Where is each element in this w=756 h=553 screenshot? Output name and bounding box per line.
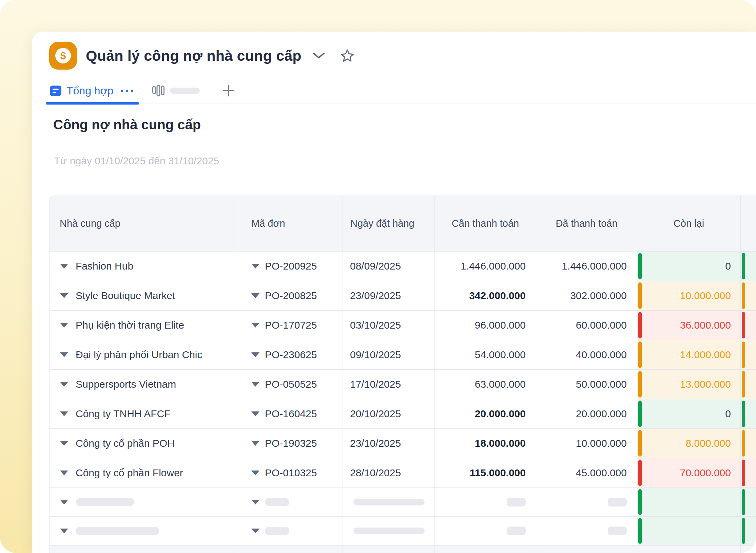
table-row[interactable]: Công ty cổ phần FlowerPO-01032528/10/202… <box>50 458 756 488</box>
table-row[interactable]: Fashion HubPO-20092508/09/20251.446.000.… <box>50 252 756 281</box>
order-date-cell[interactable]: 23/10/2025 <box>343 429 435 458</box>
amount-paid-cell[interactable]: 40.000.000 <box>536 340 637 370</box>
amount-due-cell[interactable] <box>435 488 536 517</box>
amount-paid-cell[interactable]: 60.000.000 <box>536 311 637 340</box>
amount-paid-cell[interactable] <box>536 488 637 517</box>
remaining-cell[interactable]: 70.000.000 <box>637 458 741 488</box>
triangle-down-icon[interactable] <box>60 471 68 475</box>
chevron-down-icon[interactable] <box>312 52 325 59</box>
triangle-down-icon[interactable] <box>60 411 68 416</box>
table-row[interactable]: Công ty cổ phần POHPO-19032523/10/202518… <box>50 429 756 458</box>
amount-paid-cell[interactable]: 302.000.000 <box>536 281 637 311</box>
remaining-cell[interactable]: 0 <box>637 252 741 281</box>
table-row[interactable]: Phụ kiện thời trang ElitePO-17072503/10/… <box>50 311 756 340</box>
remaining-cell[interactable]: 14.000.000 <box>637 340 741 370</box>
supplier-cell[interactable]: Phụ kiện thời trang Elite <box>50 311 239 340</box>
triangle-down-icon[interactable] <box>60 293 68 298</box>
po-cell[interactable]: PO-230625 <box>239 340 343 370</box>
supplier-cell[interactable]: Công ty cổ phần Flower <box>50 458 239 488</box>
order-date-cell[interactable]: 20/10/2025 <box>343 399 435 429</box>
po-cell[interactable]: PO-190325 <box>239 429 343 458</box>
column-header[interactable]: Cần thanh toán <box>435 196 536 252</box>
ellipsis-icon[interactable] <box>121 90 133 92</box>
triangle-down-icon[interactable] <box>251 411 259 416</box>
triangle-down-icon[interactable] <box>60 264 68 269</box>
column-header[interactable]: Mã đơn <box>239 196 343 252</box>
supplier-cell[interactable] <box>50 488 239 517</box>
remaining-cell[interactable]: 10.000.000 <box>637 281 741 311</box>
triangle-down-icon[interactable] <box>60 500 68 504</box>
amount-paid-cell[interactable]: 10.000.000 <box>536 429 637 458</box>
triangle-down-icon[interactable] <box>60 529 68 533</box>
triangle-down-icon[interactable] <box>251 323 259 328</box>
triangle-down-icon[interactable] <box>60 441 68 446</box>
amount-due-cell[interactable]: 1.446.000.000 <box>435 252 536 281</box>
add-row-strip[interactable] <box>50 546 756 553</box>
po-cell[interactable]: PO-200925 <box>239 252 343 281</box>
po-cell[interactable] <box>239 488 343 517</box>
table-row[interactable]: Công ty TNHH AFCFPO-16042520/10/202520.0… <box>50 399 756 429</box>
triangle-down-icon[interactable] <box>60 323 68 328</box>
triangle-down-icon[interactable] <box>60 352 68 357</box>
order-date-cell[interactable]: 28/10/2025 <box>343 458 435 488</box>
po-cell[interactable] <box>239 517 343 546</box>
amount-paid-cell[interactable] <box>536 517 637 546</box>
supplier-cell[interactable] <box>50 517 239 546</box>
triangle-down-icon[interactable] <box>251 500 259 504</box>
remaining-cell[interactable]: 36.000.000 <box>637 311 741 340</box>
table-row[interactable]: Suppersports VietnamPO-05052517/10/20256… <box>50 370 756 399</box>
triangle-down-icon[interactable] <box>251 293 259 298</box>
order-date-cell[interactable]: 23/09/2025 <box>343 281 435 311</box>
amount-due-cell[interactable]: 342.000.000 <box>435 281 536 311</box>
amount-paid-cell[interactable]: 45.000.000 <box>536 458 637 488</box>
column-header[interactable]: Còn lại <box>637 196 741 252</box>
po-cell[interactable]: PO-170725 <box>239 311 343 340</box>
amount-due-cell[interactable]: 115.000.000 <box>435 458 536 488</box>
amount-due-cell[interactable]: 20.000.000 <box>435 399 536 429</box>
supplier-cell[interactable]: Suppersports Vietnam <box>50 370 239 399</box>
triangle-down-icon[interactable] <box>60 382 68 387</box>
order-date-cell[interactable]: 03/10/2025 <box>343 311 435 340</box>
po-cell[interactable]: PO-010325 <box>239 458 343 488</box>
remaining-cell[interactable]: 8.000.000 <box>637 429 741 458</box>
triangle-down-icon[interactable] <box>251 352 259 357</box>
column-header[interactable]: Nhà cung cấp <box>50 196 239 252</box>
remaining-cell[interactable] <box>637 517 741 546</box>
order-date-cell[interactable]: 17/10/2025 <box>343 370 435 399</box>
table-row[interactable]: Đại lý phân phối Urban ChicPO-23062509/1… <box>50 340 756 370</box>
remaining-cell[interactable]: 0 <box>637 399 741 429</box>
supplier-cell[interactable]: Đại lý phân phối Urban Chic <box>50 340 239 370</box>
amount-paid-cell[interactable]: 1.446.000.000 <box>536 252 637 281</box>
po-cell[interactable]: PO-050525 <box>239 370 343 399</box>
remaining-cell[interactable]: 13.000.000 <box>637 370 741 399</box>
tab-tong-hop[interactable]: Tổng hợp <box>50 85 113 97</box>
supplier-cell[interactable]: Fashion Hub <box>50 252 239 281</box>
supplier-cell[interactable]: Công ty TNHH AFCF <box>50 399 239 429</box>
table-row[interactable] <box>50 517 756 546</box>
order-date-cell[interactable]: 09/10/2025 <box>343 340 435 370</box>
order-date-cell[interactable] <box>343 517 435 546</box>
table-row[interactable]: Style Boutique MarketPO-20082523/09/2025… <box>50 281 756 311</box>
triangle-down-icon[interactable] <box>251 264 259 269</box>
amount-due-cell[interactable]: 63.000.000 <box>435 370 536 399</box>
star-icon[interactable] <box>340 49 354 62</box>
triangle-down-icon[interactable] <box>251 441 259 446</box>
amount-due-cell[interactable]: 54.000.000 <box>435 340 536 370</box>
column-header[interactable]: Ngày đặt hàng <box>343 196 435 252</box>
amount-due-cell[interactable]: 18.000.000 <box>435 429 536 458</box>
plus-icon[interactable] <box>222 84 235 97</box>
column-header[interactable]: Đã thanh toán <box>536 196 637 252</box>
amount-due-cell[interactable]: 96.000.000 <box>435 311 536 340</box>
triangle-down-icon[interactable] <box>251 382 259 387</box>
kanban-icon[interactable] <box>152 85 164 96</box>
amount-paid-cell[interactable]: 20.000.000 <box>536 399 637 429</box>
triangle-down-icon[interactable] <box>251 471 259 475</box>
ghost-tab-placeholder[interactable] <box>170 88 200 94</box>
supplier-cell[interactable]: Style Boutique Market <box>50 281 239 311</box>
po-cell[interactable]: PO-160425 <box>239 399 343 429</box>
amount-due-cell[interactable] <box>435 517 536 546</box>
order-date-cell[interactable] <box>343 488 435 517</box>
triangle-down-icon[interactable] <box>251 529 259 533</box>
supplier-cell[interactable]: Công ty cổ phần POH <box>50 429 239 458</box>
po-cell[interactable]: PO-200825 <box>239 281 343 311</box>
